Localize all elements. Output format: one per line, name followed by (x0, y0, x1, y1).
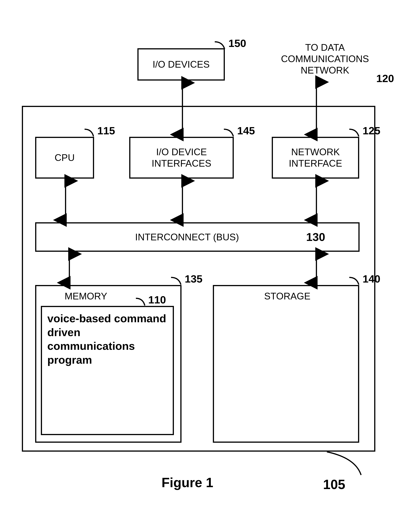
program-label: voice-based command driven communication… (47, 312, 166, 366)
memory-label: MEMORY (65, 291, 107, 302)
arrow-network-iface (313, 80, 320, 137)
ref-110: 110 (148, 294, 166, 306)
io-devices-block: I/O DEVICES (137, 48, 225, 80)
arrow-bus-storage (313, 252, 320, 285)
io-iface-block: I/O DEVICE INTERFACES (129, 137, 234, 179)
net-iface-block: NETWORK INTERFACE (272, 137, 359, 179)
bus-label: INTERCONNECT (BUS) (135, 232, 239, 243)
cpu-label: CPU (55, 152, 75, 163)
arrow-cpu-bus (62, 179, 69, 222)
arrow-netiface-bus (313, 179, 320, 222)
ref-125: 125 (363, 124, 380, 137)
net-iface-label: NETWORK INTERFACE (275, 146, 356, 169)
io-devices-label: I/O DEVICES (153, 59, 210, 70)
arrow-iodev-iface (179, 80, 186, 137)
program-block: voice-based command driven communication… (41, 306, 174, 435)
arrow-ioiface-bus (179, 179, 186, 222)
bus-block: INTERCONNECT (BUS) 130 (35, 222, 360, 252)
arrow-bus-memory (66, 252, 73, 285)
storage-block (213, 285, 359, 443)
io-iface-label: I/O DEVICE INTERFACES (132, 146, 231, 169)
ref-105: 105 (323, 477, 345, 492)
leader-105 (327, 450, 376, 477)
ref-120: 120 (376, 72, 394, 85)
cpu-block: CPU (35, 137, 94, 179)
ref-140: 140 (363, 273, 380, 285)
figure-caption: Figure 1 (161, 475, 213, 490)
storage-label: STORAGE (264, 291, 310, 302)
ref-150: 150 (229, 37, 246, 49)
network-destination-label: TO DATA COMMUNICATIONS NETWORK (279, 42, 371, 76)
ref-135: 135 (185, 273, 202, 285)
ref-130: 130 (306, 230, 325, 244)
ref-145: 145 (237, 124, 255, 137)
figure-page: I/O DEVICES 150 TO DATA COMMUNICATIONS N… (0, 0, 397, 532)
ref-115: 115 (97, 124, 115, 137)
